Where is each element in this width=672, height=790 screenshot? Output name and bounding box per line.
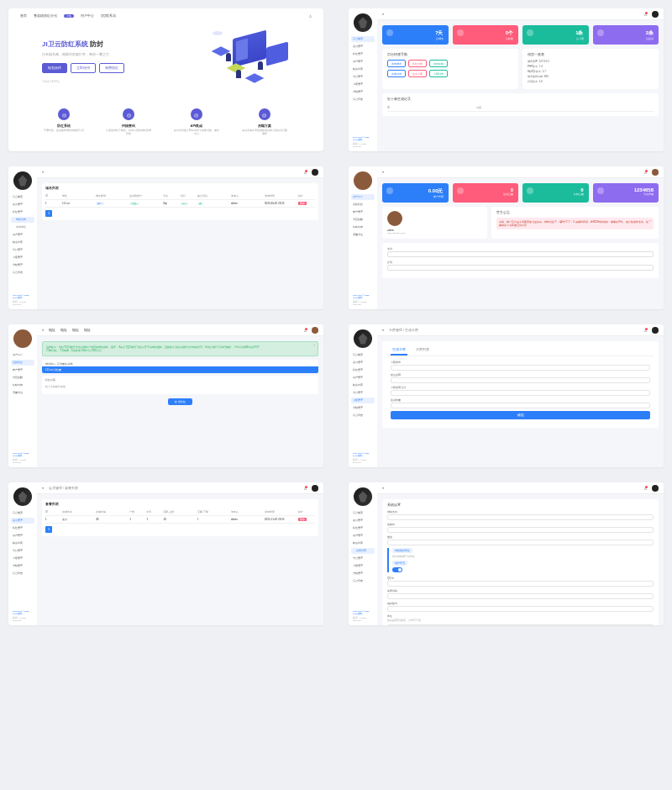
submit-button[interactable]: 确定 xyxy=(391,411,650,419)
user-avatar[interactable] xyxy=(652,327,659,334)
tab[interactable]: 地址 xyxy=(49,329,55,332)
sidebar-item[interactable]: 我的防红 xyxy=(11,360,34,366)
sidebar-item[interactable]: 账户管理 xyxy=(351,209,375,215)
sidebar-item[interactable]: 防红管理 xyxy=(11,525,34,531)
select-input[interactable] xyxy=(391,365,650,371)
user-avatar[interactable] xyxy=(652,485,659,492)
quick-btn[interactable]: 添加域名 xyxy=(387,60,406,67)
sidebar-item[interactable]: 防红管理 xyxy=(351,367,375,373)
text-input[interactable] xyxy=(387,265,654,271)
sidebar-item[interactable]: 分站管理 xyxy=(351,405,375,411)
bell-icon[interactable]: △ xyxy=(304,487,307,490)
sidebar-item[interactable]: 站点设置 xyxy=(351,382,375,388)
user-avatar[interactable] xyxy=(652,169,659,176)
sidebar-item[interactable]: 后台首页 xyxy=(351,36,375,42)
sidebar-item[interactable]: 会员管理 xyxy=(11,202,34,208)
sidebar-item[interactable]: 后台日志 xyxy=(351,413,375,419)
quick-btn[interactable]: 添加套餐 xyxy=(429,60,448,67)
sidebar-item[interactable]: 用户管理 xyxy=(351,533,375,539)
sidebar-item[interactable]: 短链列表 xyxy=(11,382,34,388)
nav-item[interactable]: QQ联系我 xyxy=(101,13,116,18)
tab[interactable]: 生成卡密 xyxy=(391,345,407,356)
page-number[interactable]: 1 xyxy=(45,526,52,533)
sidebar-item[interactable]: 防红管理 xyxy=(11,209,34,215)
sidebar-item[interactable]: 用户中心 xyxy=(11,352,34,358)
avatar[interactable] xyxy=(13,487,32,506)
delete-btn[interactable]: 删除 xyxy=(298,518,307,521)
text-input[interactable] xyxy=(391,377,650,383)
menu-toggle-icon[interactable]: ≡ xyxy=(42,171,44,174)
sidebar-item[interactable]: 分站管理 xyxy=(351,571,375,577)
sidebar-item[interactable]: 会员管理 xyxy=(351,360,375,366)
sidebar-item[interactable]: 支付管理 xyxy=(351,556,375,561)
close-icon[interactable]: × xyxy=(313,344,315,347)
quick-btn[interactable]: 套餐列表 xyxy=(387,70,406,77)
bell-icon[interactable]: △ xyxy=(304,171,307,174)
text-input[interactable] xyxy=(387,606,654,612)
sidebar-item[interactable]: 卡密管理 xyxy=(11,255,34,261)
text-input[interactable] xyxy=(387,527,654,533)
select-input[interactable]: 111.cn-别红量 xyxy=(42,366,318,373)
sidebar-item[interactable]: 站点设置 xyxy=(351,540,375,546)
sidebar-item[interactable]: 支付管理 xyxy=(11,247,34,253)
bell-icon[interactable]: △ xyxy=(644,329,647,332)
quick-btn[interactable]: 生成卡密 xyxy=(408,70,427,77)
avatar[interactable] xyxy=(13,329,32,348)
sidebar-item[interactable]: 分站管理 xyxy=(11,262,34,268)
quick-btn[interactable]: 卡密列表 xyxy=(429,70,448,77)
sidebar-item[interactable]: 消息提醒 xyxy=(11,375,34,381)
sidebar-item[interactable]: 会员管理 xyxy=(351,518,375,524)
bell-icon[interactable]: △ xyxy=(644,13,647,16)
text-input[interactable] xyxy=(387,624,654,625)
avatar[interactable] xyxy=(354,329,372,348)
textarea[interactable]: 输入多条换码链接 xyxy=(42,382,318,394)
sidebar-item[interactable]: 会员管理 xyxy=(351,44,375,50)
sidebar-item[interactable]: 短链列表 xyxy=(351,224,375,230)
menu-toggle-icon[interactable]: ≡ xyxy=(42,487,44,490)
sidebar-item[interactable]: 后台首页 xyxy=(11,510,34,516)
sidebar-item[interactable]: 卡密管理 xyxy=(351,398,375,403)
nav-item[interactable]: 首页 xyxy=(20,13,27,18)
sidebar-item[interactable]: 账户管理 xyxy=(11,367,34,373)
sidebar-item[interactable]: 站点设置 xyxy=(11,540,34,546)
menu-toggle-icon[interactable]: ≡ xyxy=(382,171,384,174)
avatar[interactable] xyxy=(354,487,372,506)
menu-toggle-icon[interactable]: ≡ xyxy=(382,487,384,490)
nav-item[interactable]: 用户中心 xyxy=(81,13,94,18)
user-avatar[interactable] xyxy=(312,485,318,492)
sidebar-item[interactable]: 流量充值 xyxy=(11,390,34,396)
sidebar-item[interactable]: 站点设置 xyxy=(351,66,375,72)
table-row[interactable]: 1111.cn单一中国10条https是admin2022-09-02 23:2… xyxy=(45,200,315,208)
menu-toggle-icon[interactable]: ≡ xyxy=(382,329,384,332)
nav-item[interactable]: 售超级防红分站 xyxy=(34,13,57,18)
sidebar-item[interactable]: 用户管理 xyxy=(11,533,34,539)
tab[interactable]: 地址 xyxy=(60,329,67,332)
cta-tertiary[interactable]: 免费防红 xyxy=(99,63,124,73)
text-input[interactable] xyxy=(391,403,650,408)
user-icon[interactable]: △ xyxy=(309,13,312,18)
submit-button[interactable]: 提 交防红 xyxy=(168,398,192,405)
toggle-switch[interactable] xyxy=(392,567,402,572)
cta-primary[interactable]: 现在操作 xyxy=(42,63,67,73)
text-input[interactable] xyxy=(387,581,654,587)
sidebar-item[interactable]: 用户管理 xyxy=(11,232,34,238)
sidebar-item[interactable]: 支付管理 xyxy=(351,390,375,396)
sidebar-item[interactable]: 后台日志 xyxy=(351,578,375,584)
menu-toggle-icon[interactable]: ≡ xyxy=(42,329,44,332)
user-avatar[interactable] xyxy=(652,11,659,18)
sidebar-item[interactable]: 添加域名 xyxy=(11,224,34,230)
sidebar-item[interactable]: 后台首页 xyxy=(351,352,375,358)
delete-btn[interactable]: 删除 xyxy=(298,202,307,205)
sidebar-item[interactable]: 会员管理 xyxy=(11,518,34,524)
sidebar-item[interactable]: 后台日志 xyxy=(11,571,34,577)
tab[interactable]: 卡密列表 xyxy=(414,345,431,356)
sidebar-item[interactable]: 流量充值 xyxy=(351,232,375,238)
avatar[interactable] xyxy=(354,171,372,190)
sidebar-item[interactable]: 分站管理 xyxy=(351,89,375,95)
sidebar-item[interactable]: 我的防红 xyxy=(351,202,375,208)
quick-btn[interactable]: 防红列表 xyxy=(408,60,427,67)
avatar[interactable] xyxy=(13,171,32,190)
table-row[interactable]: 1会员3011100admin2022-11-02 23:25删除 xyxy=(45,516,315,524)
sidebar-item[interactable]: 分站管理 xyxy=(11,563,34,569)
sidebar-item[interactable]: 用户管理 xyxy=(351,375,375,381)
